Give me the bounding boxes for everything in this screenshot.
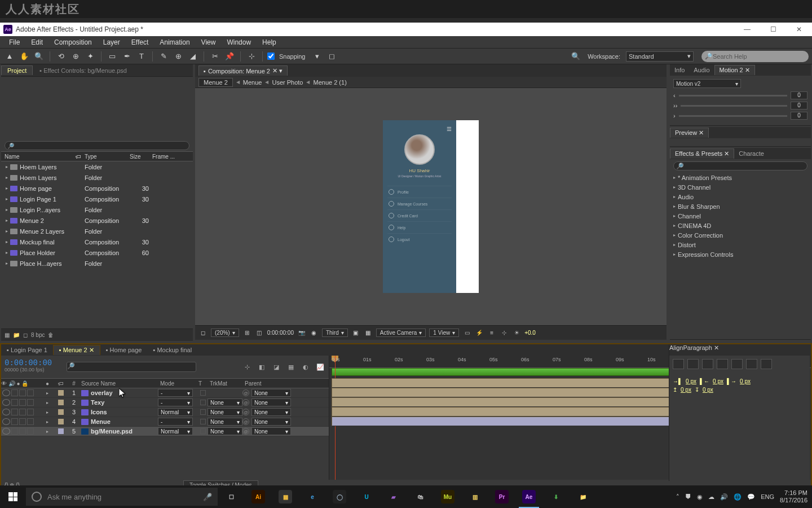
timeline-tab[interactable]: ▪ Login Page 1 — [1, 345, 53, 354]
clone-tool[interactable]: ⊕ — [172, 51, 184, 62]
menu-help[interactable]: Help — [257, 36, 282, 49]
motion-slider-x[interactable] — [679, 95, 787, 97]
project-row[interactable]: ▸Home pageComposition30 — [1, 183, 193, 194]
motion-slider-z[interactable] — [679, 115, 787, 117]
pen-tool[interactable]: ✒ — [121, 51, 133, 62]
project-search[interactable]: 🔎 — [5, 141, 189, 150]
menu-effect[interactable]: Effect — [126, 36, 154, 49]
roi-icon[interactable]: ▣ — [351, 329, 360, 338]
cortana-search[interactable]: Ask me anything🎤 — [26, 488, 218, 506]
timeline-search[interactable]: 🔎 — [67, 362, 196, 372]
timeline-icon[interactable]: ≡ — [487, 329, 496, 338]
fast-preview-icon[interactable]: ⚡ — [475, 329, 484, 338]
exposure-reset-icon[interactable]: ☀ — [512, 329, 521, 338]
tray-chevron-icon[interactable]: ˄ — [676, 493, 679, 501]
project-row[interactable]: ▸Hoem LayersFolder — [1, 172, 193, 183]
project-row[interactable]: ▸Hoem LayersFolder — [1, 161, 193, 172]
hand-tool[interactable]: ✋ — [18, 51, 30, 62]
channel-icon[interactable]: ◉ — [310, 329, 319, 338]
comp-tab[interactable]: ▪ Composition: Menue 2 ✕ ▾ — [198, 65, 288, 76]
bc-item[interactable]: User Photo — [272, 79, 303, 86]
tray-location-icon[interactable]: ◉ — [697, 493, 703, 501]
local-axis-icon[interactable]: ⊹ — [245, 51, 258, 62]
time-display[interactable]: 0:00:00:00 — [267, 330, 294, 336]
tray-lang[interactable]: ENG — [761, 493, 774, 500]
transparency-icon[interactable]: ▦ — [364, 329, 373, 338]
justify-last-right-button[interactable] — [746, 359, 757, 369]
view-dropdown[interactable]: 1 View ▾ — [429, 329, 459, 337]
motion-slider-y[interactable] — [681, 105, 787, 107]
motion-blur-icon[interactable]: ◐ — [301, 362, 311, 372]
align-left-button[interactable] — [673, 359, 684, 369]
timecode-display[interactable]: 0:00:00:00 00000 (30.00 fps) — [1, 356, 63, 378]
bc-item[interactable]: Menue 2 — [198, 78, 233, 87]
effect-controls-tab[interactable]: ▪ Effect Controls: bg/Menue.psd — [34, 66, 133, 75]
search-icon[interactable]: 🔍 — [570, 51, 582, 62]
snap-opts-icon[interactable]: ▾ — [311, 51, 324, 62]
effects-item[interactable]: ▸Color Correction — [670, 230, 811, 240]
taskbar-app-cinema4d[interactable]: ◯ — [326, 485, 353, 508]
rectangle-tool[interactable]: ▭ — [106, 51, 118, 62]
text-tool[interactable]: T — [135, 51, 148, 62]
snapping-checkbox[interactable] — [267, 52, 275, 60]
project-row[interactable]: ▸Mockup finalComposition30 — [1, 237, 193, 247]
bpc-label[interactable]: 8 bpc — [31, 332, 45, 338]
effects-item[interactable]: ▸* Animation Presets — [670, 173, 811, 182]
menu-window[interactable]: Window — [221, 36, 257, 49]
effects-item[interactable]: ▸3D Channel — [670, 182, 811, 192]
align-tab[interactable]: Align — [669, 344, 683, 356]
timeline-tab[interactable]: ▪ Menue 2 ✕ — [53, 345, 100, 355]
bc-item[interactable]: Menue — [243, 79, 262, 86]
align-right-button[interactable] — [702, 359, 713, 369]
camera-tool[interactable]: ⊕ — [69, 51, 82, 62]
effects-item[interactable]: ▸Distort — [670, 240, 811, 249]
pan-behind-tool[interactable]: ✦ — [84, 51, 96, 62]
always-preview-icon[interactable]: ◻ — [198, 329, 208, 338]
snapshot-icon[interactable]: 📷 — [297, 329, 306, 338]
mask-icon[interactable]: ◫ — [255, 329, 264, 338]
indent-right-value[interactable]: 0 px — [740, 378, 751, 384]
effects-item[interactable]: ▸CINEMA 4D — [670, 221, 811, 230]
menu-layer[interactable]: Layer — [98, 36, 126, 49]
camera-dropdown[interactable]: Active Camera ▾ — [376, 329, 426, 337]
exposure-value[interactable]: +0.0 — [524, 330, 536, 336]
comp-mini-flowchart-icon[interactable]: ⊹ — [242, 362, 252, 372]
resolution-dropdown[interactable]: Third ▾ — [322, 329, 348, 337]
roto-tool[interactable]: ✂ — [209, 51, 221, 62]
justify-last-center-button[interactable] — [731, 359, 743, 369]
bc-item[interactable]: Menue 2 (1) — [313, 79, 346, 86]
preview-tab[interactable]: Preview ✕ — [670, 128, 709, 138]
project-row[interactable]: ▸Menue 2Composition30 — [1, 215, 193, 226]
project-row[interactable]: ▸Login Page 1Composition30 — [1, 194, 193, 204]
project-tab[interactable]: Project — [1, 65, 33, 75]
draft3d-icon[interactable]: ◧ — [257, 362, 267, 372]
puppet-tool[interactable]: 📌 — [223, 51, 236, 62]
project-row[interactable]: ▸Menue 2 LayersFolder — [1, 226, 193, 237]
rotation-tool[interactable]: ⟲ — [55, 51, 67, 62]
taskbar-app-visualstudio[interactable]: ▰ — [380, 485, 407, 508]
paragraph-tab[interactable]: Paragraph ✕ — [683, 344, 718, 356]
space-before-value[interactable]: 0 px — [681, 387, 691, 393]
minimize-button[interactable]: — — [734, 23, 760, 36]
menu-view[interactable]: View — [196, 36, 222, 49]
pixel-aspect-icon[interactable]: ▭ — [462, 329, 471, 338]
taskbar-app-premiere[interactable]: Pr — [488, 485, 515, 508]
eraser-tool[interactable]: ◢ — [187, 51, 199, 62]
menu-composition[interactable]: Composition — [48, 36, 98, 49]
menu-edit[interactable]: Edit — [25, 36, 48, 49]
effects-item[interactable]: ▸Expression Controls — [670, 249, 811, 259]
audio-tab[interactable]: Audio — [689, 65, 714, 75]
tray-network-icon[interactable]: 🌐 — [734, 493, 742, 501]
motion-val-z[interactable]: 0 — [791, 112, 807, 120]
tray-action-center-icon[interactable]: 💬 — [747, 493, 755, 501]
menu-file[interactable]: File — [3, 36, 25, 49]
taskbar-app-task-view[interactable]: ☐ — [218, 485, 245, 508]
space-after-value[interactable]: 0 px — [703, 387, 713, 393]
taskbar-app-media[interactable]: ▦ — [272, 485, 299, 508]
taskbar-app-illustrator[interactable]: Ai — [245, 485, 272, 508]
hide-shy-icon[interactable]: ◪ — [271, 362, 281, 372]
new-folder-icon[interactable]: 📁 — [13, 332, 20, 338]
tray-volume-icon[interactable]: 🔊 — [720, 493, 728, 501]
project-row[interactable]: ▸Login P...ayersFolder — [1, 204, 193, 215]
taskbar-app-notes[interactable]: ▥ — [461, 485, 488, 508]
